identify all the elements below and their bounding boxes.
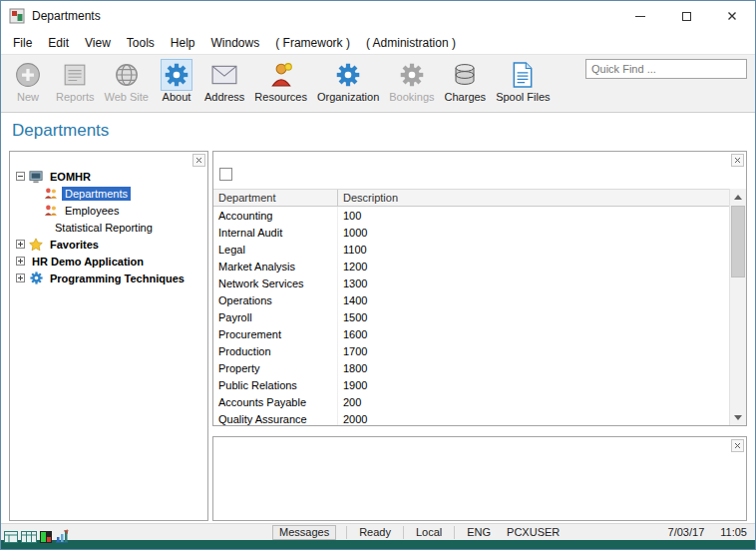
- status-indicator-icon[interactable]: [40, 531, 52, 543]
- messages-button[interactable]: Messages: [272, 525, 336, 540]
- vertical-scrollbar[interactable]: [729, 189, 746, 425]
- cell-department: Accounts Payable: [213, 393, 338, 410]
- grid-row[interactable]: Legal1100: [213, 241, 729, 258]
- toolbar-bookings-label: Bookings: [389, 91, 434, 103]
- detail-panel: [212, 436, 747, 521]
- gear-icon: [29, 272, 43, 285]
- close-icon: [727, 11, 737, 21]
- cell-department: Operations: [213, 291, 338, 308]
- menu-view[interactable]: View: [77, 33, 119, 53]
- app-window: Departments File Edit View Tools Help Wi…: [0, 0, 756, 550]
- column-header-department[interactable]: Department: [213, 190, 338, 206]
- status-user: PCXUSER: [499, 526, 567, 538]
- toolbar-charges-label: Charges: [445, 91, 487, 103]
- scrollbar-thumb[interactable]: [731, 206, 745, 277]
- grid-row[interactable]: Production1700: [213, 342, 729, 359]
- cell-description: 1900: [338, 379, 729, 391]
- grid-row[interactable]: Property1800: [213, 359, 729, 376]
- quick-find-input[interactable]: [585, 59, 747, 79]
- select-all-checkbox[interactable]: [219, 168, 232, 181]
- grid-row[interactable]: Operations1400: [213, 291, 729, 308]
- expand-icon[interactable]: [16, 257, 25, 266]
- tree-item-programming-techniques[interactable]: Programming Techniques: [10, 270, 207, 286]
- menu-tools[interactable]: Tools: [119, 33, 163, 53]
- expand-icon[interactable]: [16, 274, 25, 282]
- grid-panel-close-button[interactable]: [731, 154, 744, 167]
- envelope-icon: [209, 60, 239, 90]
- grid-row[interactable]: Internal Audit1000: [213, 224, 729, 241]
- menu-edit[interactable]: Edit: [40, 33, 77, 53]
- menu-bar: File Edit View Tools Help Windows ( Fram…: [1, 31, 755, 54]
- grid-row[interactable]: Accounting100: [213, 207, 729, 224]
- grid-row[interactable]: Public Relations1900: [213, 376, 729, 393]
- star-icon: [29, 238, 43, 252]
- grid-row[interactable]: Procurement1600: [213, 325, 729, 342]
- menu-framework[interactable]: ( Framework ): [267, 33, 358, 53]
- toolbar-resources-label: Resources: [254, 91, 307, 103]
- toolbar-about-button[interactable]: About: [154, 58, 199, 103]
- menu-windows[interactable]: Windows: [203, 33, 268, 53]
- menu-file[interactable]: File: [5, 33, 40, 53]
- tree-item-label: Statistical Reporting: [52, 221, 156, 235]
- status-language: ENG: [459, 526, 499, 538]
- window-title: Departments: [32, 9, 101, 23]
- cell-description: 1300: [338, 277, 729, 289]
- grid-row[interactable]: Quality Assurance2000: [213, 410, 729, 425]
- minimize-button[interactable]: [617, 1, 663, 31]
- cell-description: 100: [338, 210, 729, 222]
- tree-item-statistical-reporting[interactable]: Statistical Reporting: [10, 219, 207, 236]
- toolbar-resources-button[interactable]: Resources: [249, 58, 312, 103]
- tree-item-label: Employees: [62, 204, 122, 218]
- collapse-icon[interactable]: [16, 172, 25, 181]
- gear-icon: [397, 60, 427, 90]
- toolbar-reports-label: Reports: [56, 91, 95, 103]
- toolbar-spoolfiles-label: Spool Files: [496, 91, 550, 103]
- cell-department: Network Services: [213, 275, 338, 291]
- grid-row[interactable]: Accounts Payable200: [213, 393, 729, 410]
- cell-description: 2000: [338, 413, 729, 425]
- plus-circle-icon: [13, 60, 43, 90]
- bottom-strip: [1, 540, 755, 549]
- toolbar-about-label: About: [163, 91, 191, 103]
- grid-header: Department Description: [213, 189, 729, 207]
- scroll-down-icon[interactable]: [730, 409, 746, 425]
- tree-item-favorites[interactable]: Favorites: [10, 236, 207, 253]
- toolbar-address-button[interactable]: Address: [199, 58, 249, 103]
- tree-item-hr-demo-application[interactable]: HR Demo Application: [10, 253, 207, 270]
- cell-department: Accounting: [213, 207, 338, 224]
- tree-item-label: Programming Techniques: [47, 272, 188, 285]
- window-controls: [617, 1, 755, 31]
- grid-view-icon[interactable]: [4, 531, 18, 543]
- tree-item-label: Departments: [62, 187, 131, 201]
- tree-item-employees[interactable]: Employees: [10, 202, 207, 219]
- menu-help[interactable]: Help: [163, 33, 203, 53]
- detail-panel-close-button[interactable]: [731, 439, 744, 452]
- grid-row[interactable]: Market Analysis1200: [213, 258, 729, 275]
- table-view-icon[interactable]: [21, 531, 37, 543]
- title-bar: Departments: [1, 1, 755, 31]
- status-icons: [4, 529, 69, 543]
- menu-administration[interactable]: ( Administration ): [358, 33, 464, 53]
- departments-grid-panel: Department Description Accounting100 Int…: [212, 151, 747, 426]
- column-header-description[interactable]: Description: [338, 190, 729, 206]
- person-icon: [266, 60, 296, 90]
- grid-row[interactable]: Network Services1300: [213, 275, 729, 291]
- tree-item-eomhr[interactable]: EOMHR: [10, 168, 207, 185]
- toolbar-charges-button[interactable]: Charges: [440, 58, 492, 103]
- document-icon: [508, 60, 538, 90]
- tree-panel-close-button[interactable]: [192, 154, 205, 167]
- maximize-button[interactable]: [663, 1, 709, 31]
- toolbar-organization-button[interactable]: Organization: [312, 58, 384, 103]
- cell-description: 1000: [338, 227, 729, 239]
- toolbar-organization-label: Organization: [317, 91, 379, 103]
- close-button[interactable]: [709, 1, 755, 31]
- grid-row[interactable]: Payroll1500: [213, 308, 729, 325]
- cell-description: 200: [338, 396, 729, 408]
- tree-item-departments[interactable]: Departments: [10, 185, 207, 202]
- toolbar-spoolfiles-button[interactable]: Spool Files: [491, 58, 555, 103]
- expand-icon[interactable]: [16, 240, 25, 249]
- chart-icon[interactable]: [55, 529, 69, 543]
- scroll-up-icon[interactable]: [730, 189, 746, 205]
- navigation-panel: EOMHR Departments Employees Statistical …: [9, 151, 208, 521]
- toolbar-address-label: Address: [204, 91, 244, 103]
